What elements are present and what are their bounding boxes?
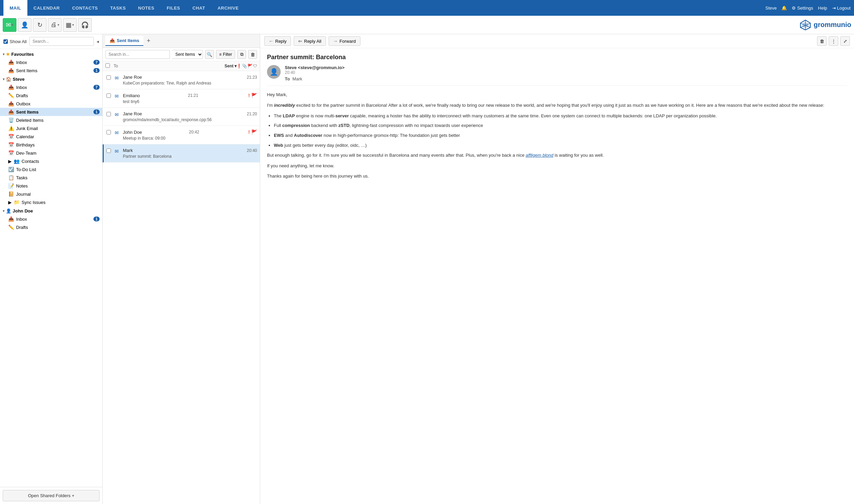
refresh-button[interactable]: ↻ bbox=[33, 18, 47, 32]
nav-contacts[interactable]: CONTACTS bbox=[66, 0, 104, 16]
sidebar-item-steve-sent[interactable]: 📤 Sent Items 1 bbox=[0, 108, 102, 116]
header-sent[interactable]: Sent ▾ bbox=[225, 64, 237, 68]
nav-notes[interactable]: NOTES bbox=[132, 0, 161, 16]
nav-items: MAIL CALENDAR CONTACTS TASKS NOTES FILES… bbox=[3, 0, 765, 16]
johndoe-header[interactable]: ▾ 👤 John Doe bbox=[0, 207, 102, 215]
sidebar-item-favourites-sent[interactable]: 📤 Sent Items 1 bbox=[0, 66, 102, 75]
layout-button[interactable]: ▦ ▾ bbox=[63, 18, 77, 32]
expand-icon3: ▾ bbox=[3, 209, 4, 213]
reply-all-button[interactable]: ⇐ Reply All bbox=[294, 36, 326, 46]
compose-button[interactable]: ✉ ▾ bbox=[3, 18, 16, 32]
support-button[interactable]: 🎧 bbox=[78, 18, 92, 32]
filter-label: Filter bbox=[223, 52, 232, 57]
delete-email-button[interactable]: 🗑 bbox=[817, 36, 827, 46]
sent-items-tab-label: Sent Items bbox=[117, 38, 139, 43]
layout-icon: ▦ bbox=[66, 21, 72, 29]
print-dropdown: ▾ bbox=[58, 23, 59, 27]
email-checkbox[interactable] bbox=[106, 130, 111, 134]
search-button[interactable]: 🔍 bbox=[205, 50, 214, 59]
email-sender: Mark bbox=[123, 148, 133, 153]
sidebar-tree: ▾ ★ Favourites 📥 Inbox 7 📤 Sent Items 1 bbox=[0, 49, 102, 487]
filter-button[interactable]: ≡ Filter bbox=[216, 50, 235, 59]
notes-icon: 📝 bbox=[8, 183, 14, 189]
nav-calendar[interactable]: CALENDAR bbox=[27, 0, 66, 16]
reply-button[interactable]: ← Reply bbox=[264, 36, 291, 46]
nav-archive[interactable]: ARCHIVE bbox=[211, 0, 245, 16]
email-icon: ✉ bbox=[115, 148, 123, 154]
sidebar-item-steve-inbox[interactable]: 📥 Inbox 7 bbox=[0, 83, 102, 91]
header-flags: ❗ 📎 🚩 🛡 bbox=[237, 64, 257, 68]
search-scope-select[interactable]: Sent Items bbox=[172, 50, 203, 59]
steve-header[interactable]: ▾ 🏠 Steve bbox=[0, 75, 102, 83]
expand-button[interactable]: ⤢ bbox=[840, 36, 850, 46]
add-tab-button[interactable]: + bbox=[145, 37, 153, 44]
email-sender: Jane Roe bbox=[123, 111, 142, 116]
inbox-icon2: 📥 bbox=[8, 85, 14, 90]
middle-list-header: To Sent ▾ ❗ 📎 🚩 🛡 bbox=[103, 61, 260, 71]
sidebar-item-steve-devteam[interactable]: 📅 Dev-Team bbox=[0, 149, 102, 157]
sidebar-search-input[interactable] bbox=[29, 37, 94, 46]
email-checkbox[interactable] bbox=[106, 112, 111, 116]
contacts-button[interactable]: 👤 bbox=[18, 18, 31, 32]
todo-icon: ☑️ bbox=[8, 167, 14, 172]
email-item[interactable]: ✉ Jane Roe 21:23 KubeCon preparations: T… bbox=[103, 71, 260, 89]
sidebar-item-steve-todo[interactable]: ☑️ To-Do List bbox=[0, 165, 102, 173]
open-shared-button[interactable]: Open Shared Folders + bbox=[3, 490, 100, 501]
email-check[interactable] bbox=[106, 112, 115, 117]
middle-search-input[interactable] bbox=[105, 50, 170, 59]
nav-mail[interactable]: MAIL bbox=[3, 0, 27, 16]
sidebar-item-steve-contacts[interactable]: ▶ 👥 Contacts bbox=[0, 157, 102, 165]
sidebar-item-steve-journal[interactable]: 📔 Journal bbox=[0, 190, 102, 198]
right-panel: ← Reply ⇐ Reply All → Forward 🗑 ⋮ ⤢ Part… bbox=[260, 34, 854, 504]
email-item[interactable]: ✉ Mark 20:40 Partner summit: Barcelona bbox=[103, 144, 260, 163]
copy-button[interactable]: ⧉ bbox=[237, 50, 246, 59]
sidebar-item-steve-junk[interactable]: ⚠️ Junk Email bbox=[0, 124, 102, 132]
email-icon: ✉ bbox=[115, 112, 123, 117]
email-item[interactable]: ✉ Jane Roe 21:20 gromox/mda/exmdb_local/… bbox=[103, 108, 260, 126]
sidebar-item-steve-outbox[interactable]: 📤 Outbox bbox=[0, 100, 102, 108]
email-item[interactable]: ✉ John Doe 20:42 ! 🚩 Meetup in Barca: 09… bbox=[103, 126, 260, 144]
nav-chat[interactable]: CHAT bbox=[186, 0, 211, 16]
email-checkbox[interactable] bbox=[106, 148, 111, 153]
email-sent-time: 20:40 bbox=[285, 70, 847, 75]
email-check[interactable] bbox=[106, 93, 115, 99]
sidebar-item-johndoe-inbox[interactable]: 📥 Inbox 1 bbox=[0, 215, 102, 223]
sidebar-item-steve-drafts[interactable]: ✏️ Drafts bbox=[0, 91, 102, 100]
sidebar-item-steve-birthdays[interactable]: 📅 Birthdays bbox=[0, 141, 102, 149]
email-check[interactable] bbox=[106, 148, 115, 154]
favourites-header[interactable]: ▾ ★ Favourites bbox=[0, 50, 102, 58]
forward-button[interactable]: → Forward bbox=[329, 36, 360, 46]
sidebar-item-steve-deleted[interactable]: 🗑️ Deleted Items bbox=[0, 116, 102, 124]
show-all-checkbox[interactable] bbox=[3, 39, 8, 44]
show-all-label[interactable]: Show All bbox=[3, 39, 27, 44]
email-time: 20:40 bbox=[247, 148, 257, 153]
email-item[interactable]: ✉ Emiliano 21:21 ! 🚩 test tiny6 bbox=[103, 89, 260, 108]
nav-user[interactable]: Steve bbox=[765, 5, 777, 11]
help-link[interactable]: Help bbox=[818, 5, 827, 11]
sidebar-toggle[interactable]: ◂ bbox=[97, 39, 99, 44]
logout-link[interactable]: ⇥ Logout bbox=[832, 5, 851, 11]
email-content-preview: John Doe 20:42 ! 🚩 Meetup in Barca: 09:0… bbox=[123, 129, 257, 141]
email-checkbox[interactable] bbox=[106, 93, 111, 98]
sidebar-item-johndoe-drafts[interactable]: ✏️ Drafts bbox=[0, 223, 102, 231]
sidebar-item-steve-notes[interactable]: 📝 Notes bbox=[0, 182, 102, 190]
bell-icon[interactable]: 🔔 bbox=[781, 5, 787, 11]
more-actions-button[interactable]: ⋮ bbox=[829, 36, 838, 46]
print-button[interactable]: 🖨 ▾ bbox=[48, 18, 62, 32]
sidebar-item-steve-tasks[interactable]: 📋 Tasks bbox=[0, 173, 102, 182]
sent-items-tab[interactable]: 📤 Sent Items bbox=[105, 36, 143, 46]
select-all-checkbox[interactable] bbox=[105, 63, 110, 68]
sidebar-item-favourites-inbox[interactable]: 📥 Inbox 7 bbox=[0, 58, 102, 66]
email-row1: Jane Roe 21:20 bbox=[123, 111, 257, 116]
email-check[interactable] bbox=[106, 130, 115, 135]
nav-tasks[interactable]: TASKS bbox=[104, 0, 132, 16]
deleted-icon: 🗑️ bbox=[8, 117, 14, 123]
nav-files[interactable]: FILES bbox=[161, 0, 186, 16]
settings-link[interactable]: ⚙ Settings bbox=[792, 5, 813, 11]
email-checkbox[interactable] bbox=[106, 75, 111, 80]
email-check[interactable] bbox=[106, 75, 115, 81]
sidebar-item-steve-calendar[interactable]: 📅 Calendar bbox=[0, 132, 102, 141]
sidebar-item-steve-sync[interactable]: ▶ 📁 Sync Issues bbox=[0, 198, 102, 206]
delete-button[interactable]: 🗑 bbox=[248, 50, 257, 59]
flag-header-icon: 🚩 bbox=[247, 64, 253, 68]
